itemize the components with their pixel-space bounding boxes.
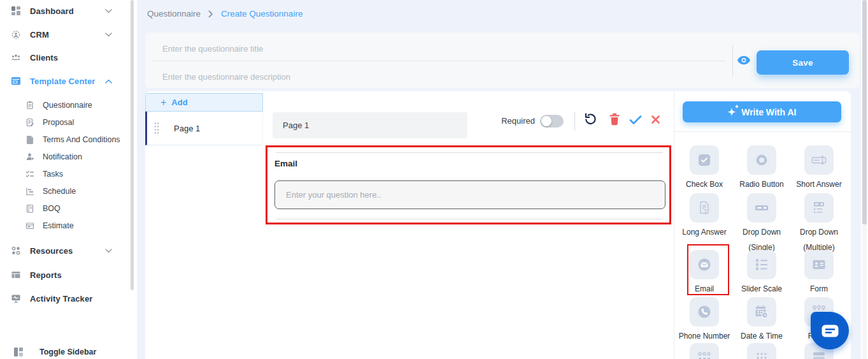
required-label: Required — [492, 116, 535, 126]
sidebar-item-label: Clients — [30, 53, 58, 62]
preview-eye-button[interactable] — [737, 55, 751, 65]
undo-button[interactable] — [583, 112, 597, 126]
palette-item-date-time[interactable]: Date & Time — [733, 297, 790, 342]
palette-item-form[interactable]: Form — [790, 250, 848, 295]
breadcrumb-parent[interactable]: Questionnaire — [147, 9, 201, 18]
chevron-up-icon — [105, 79, 112, 84]
toggle-knob — [541, 116, 551, 126]
email-icon — [690, 250, 719, 279]
long-answer-icon — [690, 193, 719, 223]
eye-icon — [737, 55, 751, 65]
sidebar-item-crm[interactable]: CRM — [0, 25, 131, 44]
boq-icon — [24, 204, 36, 213]
sidebar-item-label: Notification — [43, 152, 82, 161]
add-page-button[interactable]: + Add — [145, 93, 263, 112]
sidebar-item-label: Dashboard — [30, 6, 74, 16]
sidebar-item-label: Schedule — [43, 187, 76, 196]
check-icon — [629, 115, 642, 125]
page-tab[interactable]: Page 1 — [145, 112, 263, 145]
sidebar-item-label: Reports — [30, 270, 62, 280]
write-with-ai-button[interactable]: ✦✦ Write With AI — [683, 101, 841, 122]
plus-icon: + — [160, 97, 166, 108]
chevron-right-icon — [208, 10, 213, 18]
form-icon — [804, 250, 834, 279]
sidebar-item-label: Activity Tracker — [30, 294, 92, 304]
dropdown-single-icon — [747, 193, 776, 223]
palette-item-label: Drop Down — [733, 227, 790, 238]
divider — [276, 152, 663, 153]
sidebar-item-label: Estimate — [43, 221, 74, 230]
palette-item-partial-2[interactable] — [733, 343, 790, 359]
required-toggle[interactable] — [540, 115, 564, 128]
palette-item-short-answer[interactable]: Short Answer — [790, 145, 848, 190]
notification-icon — [24, 152, 36, 161]
sidebar-item-label: CRM — [30, 30, 49, 40]
terms-icon — [24, 135, 36, 144]
page-name-input[interactable] — [273, 112, 467, 138]
sidebar-item-dashboard[interactable]: Dashboard — [0, 1, 131, 20]
palette-item-radio-button[interactable]: Radio Button — [733, 145, 790, 190]
write-with-ai-label: Write With AI — [741, 107, 796, 117]
palette-item-long-answer[interactable]: Long Answer — [676, 193, 733, 238]
palette-item-label: Form — [790, 284, 848, 295]
add-page-label: Add — [171, 98, 187, 107]
sidebar-item-label: Terms And Conditions — [43, 135, 120, 144]
breadcrumb-current[interactable]: Create Questionnaire — [221, 9, 302, 18]
palette-item-label: Drop Down — [790, 227, 848, 238]
palette-item-slider-scale[interactable]: Slider Scale — [733, 250, 790, 295]
palette-item-label: Long Answer — [676, 227, 733, 238]
delete-button[interactable] — [609, 113, 620, 126]
questionnaire-description-input[interactable] — [162, 66, 710, 87]
toggle-sidebar-button[interactable]: Toggle Sidebar — [0, 342, 131, 359]
palette-item-email[interactable]: Email — [676, 250, 733, 295]
sidebar-item-schedule[interactable]: Schedule — [0, 183, 131, 200]
chat-widget-button[interactable] — [811, 312, 849, 349]
resources-icon — [10, 245, 22, 256]
chevron-down-icon — [105, 249, 112, 253]
sidebar-item-label: Template Center — [30, 77, 95, 86]
confirm-button[interactable] — [629, 115, 642, 125]
undo-icon — [583, 112, 597, 126]
palette-item-check-box[interactable]: Check Box — [676, 145, 733, 190]
save-button[interactable]: Save — [757, 50, 849, 75]
sidebar-item-clients[interactable]: Clients — [0, 48, 131, 67]
page-scrollbar-thumb[interactable] — [862, 0, 867, 224]
sidebar: Dashboard CRM Clients Template Center Qu… — [0, 0, 131, 359]
short-answer-icon — [804, 145, 834, 175]
sidebar-item-label: Proposal — [43, 118, 74, 127]
radio-button-icon — [747, 145, 776, 175]
crm-icon — [10, 29, 22, 40]
sidebar-item-terms-and-conditions[interactable]: Terms And Conditions — [0, 131, 131, 148]
palette-item-label: Short Answer — [790, 179, 848, 190]
question-input[interactable] — [274, 180, 665, 209]
sidebar-item-estimate[interactable]: Estimate — [0, 217, 131, 234]
sidebar-item-questionnaire[interactable]: Questionnaire — [0, 97, 131, 114]
sidebar-item-notification[interactable]: Notification — [0, 149, 131, 165]
sidebar-item-label: BOQ — [43, 204, 60, 213]
palette-item-phone-number[interactable]: Phone Number — [676, 297, 733, 342]
sidebar-item-tasks[interactable]: Tasks — [0, 166, 131, 182]
checkbox-icon — [690, 145, 719, 175]
questionnaire-icon — [24, 101, 36, 110]
sidebar-item-activity-tracker[interactable]: Activity Tracker — [0, 289, 131, 308]
sidebar-item-resources[interactable]: Resources — [0, 241, 131, 260]
chevron-down-icon — [105, 33, 112, 37]
palette-item-partial-1[interactable] — [676, 343, 733, 359]
palette-item-drop-down-single[interactable]: Drop Down (Single) — [733, 193, 790, 253]
sidebar-item-template-center[interactable]: Template Center — [0, 71, 131, 91]
cancel-button[interactable] — [651, 115, 660, 124]
questionnaire-title-input[interactable] — [162, 38, 710, 59]
email-question-block[interactable]: Email — [266, 145, 671, 224]
page-tab-label: Page 1 — [174, 124, 200, 133]
sidebar-item-reports[interactable]: Reports — [0, 265, 131, 284]
page-scrollbar[interactable] — [862, 0, 867, 359]
drag-handle-icon[interactable] — [153, 122, 160, 135]
sidebar-scrollbar[interactable] — [131, 0, 134, 290]
x-icon — [651, 115, 660, 124]
question-input-wrap — [274, 180, 665, 209]
palette-item-drop-down-multiple[interactable]: Drop Down (Multiple) — [790, 193, 848, 253]
sidebar-item-boq[interactable]: BOQ — [0, 200, 131, 217]
matrix-icon — [690, 343, 719, 359]
estimate-icon — [24, 221, 36, 230]
sidebar-item-proposal[interactable]: Proposal — [0, 114, 131, 131]
